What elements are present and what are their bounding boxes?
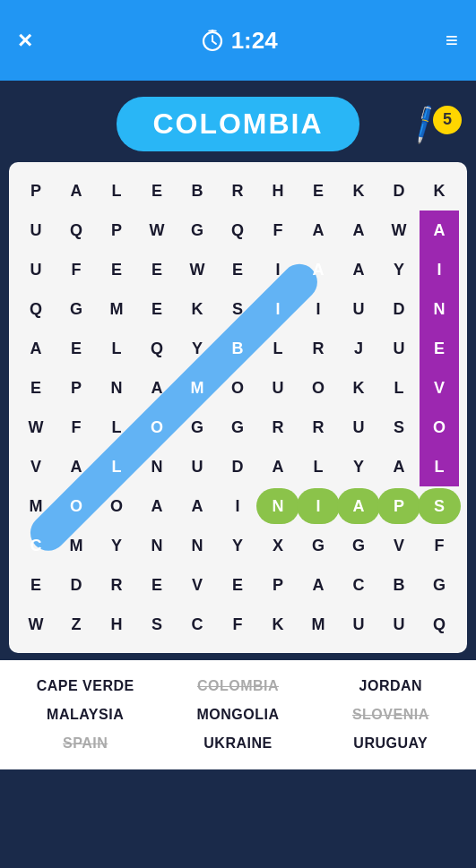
cell[interactable]: A — [420, 211, 459, 250]
cell[interactable]: A — [177, 486, 217, 526]
cell[interactable]: U — [339, 289, 378, 329]
cell[interactable]: F — [218, 605, 257, 644]
cell[interactable]: U — [177, 447, 217, 486]
cell[interactable]: M — [56, 526, 96, 565]
cell[interactable]: L — [258, 329, 298, 368]
cell[interactable]: B — [218, 329, 257, 368]
cell[interactable]: R — [218, 171, 257, 211]
cell[interactable]: B — [379, 565, 419, 605]
cell[interactable]: Q — [218, 211, 257, 250]
cell[interactable]: H — [258, 171, 298, 211]
cell[interactable]: G — [420, 565, 459, 605]
menu-button[interactable]: ≡ — [446, 28, 458, 53]
cell[interactable]: J — [339, 329, 378, 368]
cell[interactable]: A — [379, 447, 419, 486]
cell[interactable]: N — [137, 447, 177, 486]
cell[interactable]: I — [299, 289, 338, 329]
cell[interactable]: E — [137, 171, 177, 211]
cell[interactable]: O — [56, 486, 96, 526]
cell[interactable]: Y — [379, 250, 419, 289]
word-list-item[interactable]: MONGOLIA — [161, 703, 314, 726]
cell[interactable]: O — [137, 408, 177, 447]
cell[interactable]: I — [218, 486, 257, 526]
cell[interactable]: E — [16, 368, 56, 408]
cell[interactable]: L — [97, 171, 136, 211]
cell[interactable]: K — [177, 289, 217, 329]
cell[interactable]: S — [218, 289, 257, 329]
cell[interactable]: G — [218, 408, 257, 447]
cell[interactable]: K — [258, 605, 298, 644]
cell[interactable]: P — [97, 211, 136, 250]
close-button[interactable]: × — [18, 26, 32, 55]
cell[interactable]: U — [16, 250, 56, 289]
cell[interactable]: H — [97, 605, 136, 644]
cell[interactable]: R — [97, 565, 136, 605]
cell[interactable]: W — [177, 250, 217, 289]
cell[interactable]: P — [258, 565, 298, 605]
cell[interactable]: I — [299, 486, 338, 526]
cell[interactable]: L — [379, 368, 419, 408]
cell[interactable]: F — [420, 526, 459, 565]
cell[interactable]: O — [299, 368, 338, 408]
cell[interactable]: L — [420, 447, 459, 486]
cell[interactable]: D — [379, 289, 419, 329]
cell[interactable]: U — [379, 329, 419, 368]
cell[interactable]: V — [420, 368, 459, 408]
cell[interactable]: U — [379, 605, 419, 644]
cell[interactable]: Y — [177, 329, 217, 368]
cell[interactable]: P — [16, 171, 56, 211]
cell[interactable]: N — [177, 526, 217, 565]
cell[interactable]: A — [56, 447, 96, 486]
cell[interactable]: N — [420, 289, 459, 329]
cell[interactable]: U — [16, 211, 56, 250]
word-list-item[interactable]: UKRAINE — [161, 732, 314, 755]
cell[interactable]: E — [218, 565, 257, 605]
cell[interactable]: E — [97, 250, 136, 289]
word-list-item[interactable]: MALAYSIA — [9, 703, 161, 726]
cell[interactable]: K — [420, 171, 459, 211]
cell[interactable]: Y — [97, 526, 136, 565]
cell[interactable]: L — [97, 329, 136, 368]
cell[interactable]: I — [420, 250, 459, 289]
cell[interactable]: A — [299, 211, 338, 250]
cell[interactable]: M — [177, 368, 217, 408]
cell[interactable]: K — [339, 171, 378, 211]
cell[interactable]: I — [258, 250, 298, 289]
cell[interactable]: W — [379, 211, 419, 250]
cell[interactable]: A — [339, 211, 378, 250]
cell[interactable]: M — [97, 289, 136, 329]
word-list-item[interactable]: JORDAN — [315, 675, 467, 698]
cell[interactable]: C — [16, 526, 56, 565]
cell[interactable]: E — [299, 171, 338, 211]
word-list-item[interactable]: URUGUAY — [315, 732, 467, 755]
cell[interactable]: N — [97, 368, 136, 408]
cell[interactable]: E — [137, 289, 177, 329]
cell[interactable]: A — [258, 447, 298, 486]
cell[interactable]: P — [56, 368, 96, 408]
cell[interactable]: O — [218, 368, 257, 408]
cell[interactable]: X — [258, 526, 298, 565]
cell[interactable]: Q — [16, 289, 56, 329]
cell[interactable]: O — [97, 486, 136, 526]
cell[interactable]: L — [299, 447, 338, 486]
cell[interactable]: A — [137, 368, 177, 408]
cell[interactable]: D — [218, 447, 257, 486]
cell[interactable]: F — [258, 211, 298, 250]
cell[interactable]: G — [299, 526, 338, 565]
cell[interactable]: F — [56, 408, 96, 447]
cell[interactable]: Q — [137, 329, 177, 368]
word-list-item[interactable]: CAPE VERDE — [9, 675, 161, 698]
cell[interactable]: S — [420, 486, 459, 526]
cell[interactable]: Y — [218, 526, 257, 565]
word-list-item[interactable]: SLOVENIA — [315, 703, 467, 726]
cell[interactable]: E — [137, 565, 177, 605]
cell[interactable]: R — [258, 408, 298, 447]
cell[interactable]: A — [299, 565, 338, 605]
cell[interactable]: A — [137, 486, 177, 526]
cell[interactable]: E — [16, 565, 56, 605]
cell[interactable]: G — [177, 408, 217, 447]
cell[interactable]: A — [339, 486, 378, 526]
cell[interactable]: E — [56, 329, 96, 368]
cell[interactable]: V — [16, 447, 56, 486]
cell[interactable]: D — [379, 171, 419, 211]
